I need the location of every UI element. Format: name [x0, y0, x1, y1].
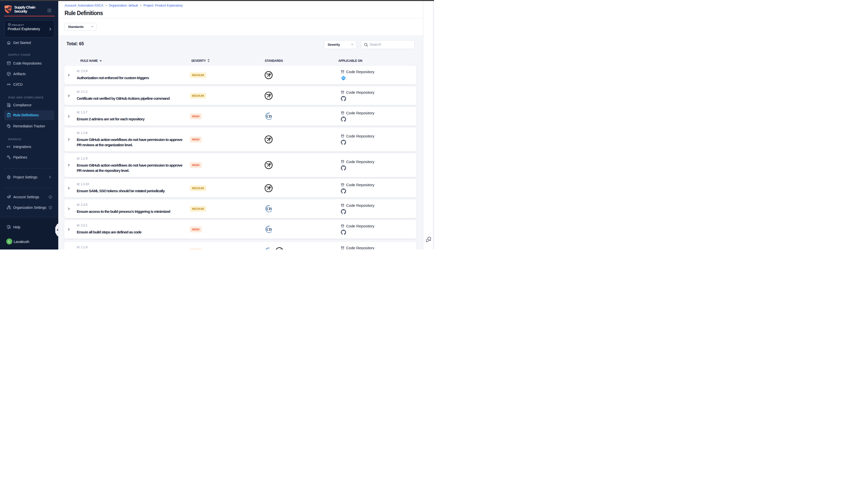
svg-text:CIS: CIS — [266, 114, 272, 118]
svg-text:CIS: CIS — [266, 228, 272, 231]
svg-text:</>: </> — [342, 77, 345, 80]
svg-text:CIS: CIS — [266, 207, 272, 211]
